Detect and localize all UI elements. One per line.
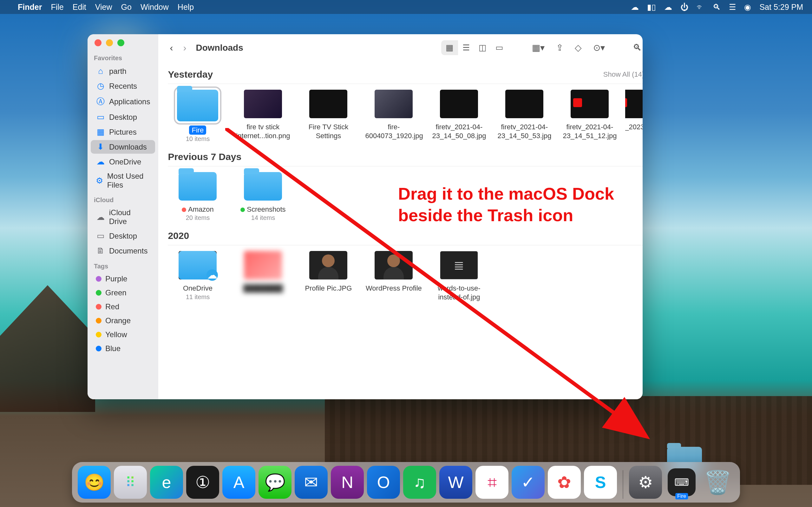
- dock: 😊 ⠿ e ① A 💬 ✉︎ N O ♫ W ⌗ ✓ ✿ S ⚙︎ ⌨︎ Fir…: [72, 462, 740, 503]
- file-item-amazon-folder[interactable]: Amazon 20 items: [168, 170, 227, 222]
- file-item[interactable]: firetv_2021-04-23_14_50_08.jpg: [429, 87, 489, 143]
- dock-app-paint[interactable]: ✿: [548, 466, 581, 499]
- dock-app-todo[interactable]: ✓: [512, 466, 545, 499]
- dock-app-finder[interactable]: 😊: [78, 466, 111, 499]
- menubar-app-icon[interactable]: ◉: [744, 3, 751, 12]
- dock-app-edge[interactable]: e: [150, 466, 183, 499]
- sidebar-item-most-used[interactable]: ⚙︎Most Used Files: [91, 170, 155, 191]
- file-item-blurred[interactable]: ████████: [233, 248, 293, 301]
- sidebar-item-icloud-documents[interactable]: 🗎Documents: [91, 244, 155, 258]
- sidebar-tag-green[interactable]: Green: [91, 286, 155, 299]
- sidebar-item-label: Documents: [109, 246, 148, 256]
- dock-app-outlook[interactable]: ✉︎: [295, 466, 328, 499]
- icon-view-button[interactable]: ▦: [441, 40, 458, 55]
- file-item[interactable]: words-to-use-instead-of.jpg: [429, 248, 489, 301]
- file-item[interactable]: Fire TV Stick Settings: [299, 87, 358, 143]
- sidebar-tag-yellow[interactable]: Yellow: [91, 328, 155, 341]
- back-button[interactable]: ‹: [166, 43, 176, 53]
- zoom-button[interactable]: [117, 39, 124, 46]
- file-list[interactable]: Yesterday Show All (14) Fire 10 items fi…: [158, 61, 643, 399]
- gallery-view-button[interactable]: ▭: [491, 40, 508, 55]
- dock-app-1password[interactable]: ①: [186, 466, 219, 499]
- sidebar-item-applications[interactable]: ⒶApplications: [91, 94, 155, 109]
- dock-app-onenote[interactable]: N: [331, 466, 364, 499]
- dock-app-spotify[interactable]: ♫: [403, 466, 436, 499]
- file-item-onedrive-folder[interactable]: OneDrive 11 items: [168, 248, 227, 301]
- menu-help[interactable]: Help: [177, 3, 194, 12]
- control-center-icon[interactable]: ☰: [729, 3, 736, 12]
- image-icon: ▦: [96, 127, 105, 137]
- group-by-button[interactable]: ▦▾: [528, 40, 548, 55]
- list-view-button[interactable]: ☰: [458, 40, 474, 55]
- image-thumb-icon: [309, 90, 347, 118]
- power-icon[interactable]: ⏻: [680, 3, 688, 12]
- menubar-clock[interactable]: Sat 5:29 PM: [759, 3, 803, 12]
- sidebar-tag-purple[interactable]: Purple: [91, 273, 155, 285]
- sidebar-tag-red[interactable]: Red: [91, 300, 155, 313]
- sidebar-item-onedrive[interactable]: ☁︎OneDrive: [91, 155, 155, 169]
- sidebar-item-icloud-desktop[interactable]: ▭Desktop: [91, 229, 155, 243]
- file-item[interactable]: firetv_2021-04-23_14_51_12.jpg: [560, 87, 619, 143]
- sidebar-section-icloud: iCloud: [88, 192, 158, 206]
- dock-app-office[interactable]: O: [367, 466, 400, 499]
- menu-window[interactable]: Window: [141, 3, 169, 12]
- wifi-icon[interactable]: ᯤ: [697, 3, 705, 12]
- weather-icon[interactable]: ☁: [664, 3, 672, 12]
- dock-separator: [623, 470, 623, 499]
- sidebar-tag-blue[interactable]: Blue: [91, 342, 155, 355]
- sidebar-item-icloud-drive[interactable]: ☁︎iCloud Drive: [91, 206, 155, 228]
- close-button[interactable]: [95, 39, 101, 46]
- file-item[interactable]: firetv_2021-04-23_14_50_53.jpg: [495, 87, 554, 143]
- tags-button[interactable]: ◇: [571, 40, 586, 55]
- sidebar-item-recents[interactable]: ◷Recents: [91, 79, 155, 93]
- sidebar-item-downloads[interactable]: ⬇︎Downloads: [91, 140, 155, 154]
- menu-edit[interactable]: Edit: [72, 3, 86, 12]
- battery-icon[interactable]: ▮▯: [647, 3, 656, 12]
- file-item[interactable]: WordPress Profile: [364, 248, 423, 301]
- sidebar-tag-orange[interactable]: Orange: [91, 314, 155, 327]
- file-name: firetv_2023_14_: [625, 123, 643, 131]
- dock-app-appstore[interactable]: A: [222, 466, 255, 499]
- dock-app-messages[interactable]: 💬: [258, 466, 292, 499]
- sidebar-item-label: OneDrive: [109, 158, 141, 166]
- menu-file[interactable]: File: [51, 3, 63, 12]
- file-item[interactable]: fire-6004073_1920.jpg: [364, 87, 423, 143]
- desktop-icon: ▭: [96, 112, 105, 122]
- dock-app-word[interactable]: W: [439, 466, 472, 499]
- dock-app-settings[interactable]: ⚙︎: [629, 466, 662, 499]
- group-header-label: Previous 7 Days: [168, 152, 241, 162]
- menu-view[interactable]: View: [95, 3, 112, 12]
- file-item[interactable]: Profile Pic.JPG: [299, 248, 358, 301]
- file-item-screenshots-folder[interactable]: Screenshots 14 items: [233, 170, 293, 222]
- dock-app-launchpad[interactable]: ⠿: [114, 466, 147, 499]
- cloud-folder-icon: [179, 251, 217, 279]
- cloud-status-icon[interactable]: ☁︎: [631, 3, 639, 12]
- sidebar-item-label: Recents: [109, 82, 137, 91]
- sidebar-item-desktop[interactable]: ▭Desktop: [91, 110, 155, 124]
- dock-app-slack[interactable]: ⌗: [475, 466, 508, 499]
- menu-go[interactable]: Go: [121, 3, 132, 12]
- file-item-fire-folder[interactable]: Fire 10 items: [168, 87, 227, 143]
- share-button[interactable]: ⇪: [552, 40, 567, 55]
- column-view-button[interactable]: ◫: [474, 40, 491, 55]
- keyboard-icon: ⌨︎: [668, 468, 696, 496]
- dock-app-skype[interactable]: S: [584, 466, 617, 499]
- cloud-icon: ☁︎: [96, 212, 105, 222]
- actions-button[interactable]: ⊙▾: [589, 40, 609, 55]
- folder-icon: [244, 172, 282, 201]
- show-all-button[interactable]: Show All (14): [603, 70, 643, 78]
- file-item[interactable]: fire tv stick internet...tion.png: [233, 87, 293, 143]
- desktop: Finder File Edit View Go Window Help ☁︎ …: [0, 0, 812, 507]
- spotlight-icon[interactable]: 🔍︎: [713, 3, 721, 12]
- forward-button[interactable]: ›: [180, 43, 189, 53]
- dock-item-dragged-folder[interactable]: ⌨︎ Fire: [665, 466, 698, 499]
- file-row: Fire 10 items fire tv stick internet...t…: [168, 83, 643, 144]
- file-item[interactable]: firetv_2023_14_: [625, 87, 643, 143]
- minimize-button[interactable]: [106, 39, 113, 46]
- menubar-app-name[interactable]: Finder: [18, 3, 42, 12]
- dock-trash[interactable]: 🗑️: [701, 466, 734, 499]
- search-button[interactable]: 🔍︎: [629, 40, 643, 55]
- sidebar-item-pictures[interactable]: ▦Pictures: [91, 125, 155, 139]
- annotation-line1: Drag it to the macOS Dock: [398, 183, 614, 205]
- sidebar-item-home[interactable]: ⌂parth: [91, 64, 155, 78]
